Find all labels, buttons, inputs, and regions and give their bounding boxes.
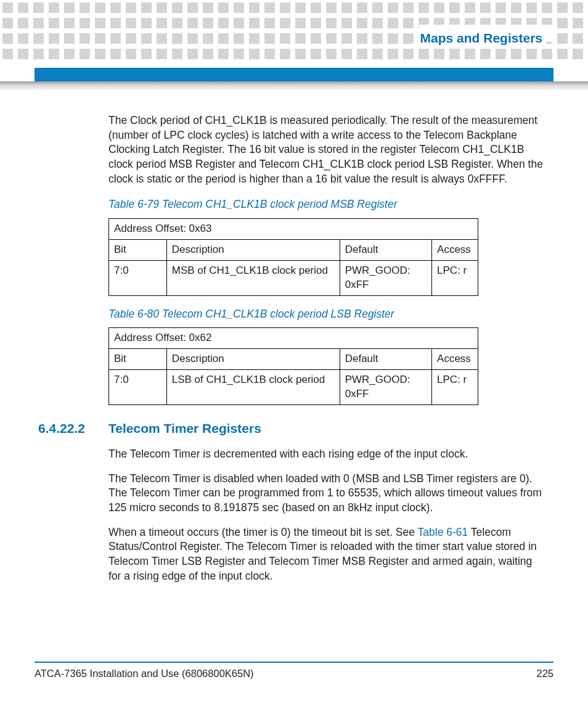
td-def: PWR_GOOD: 0xFF bbox=[340, 260, 431, 295]
section-heading-row: 6.4.22.2 Telecom Timer Registers bbox=[38, 420, 547, 437]
section-para-2: The Telecom Timer is disabled when loade… bbox=[108, 472, 547, 515]
intro-paragraph: The Clock period of CH1_CLK1B is measure… bbox=[108, 113, 547, 186]
p3-pre: When a timeout occurs (the timer is 0) t… bbox=[108, 526, 418, 538]
td-acc: LPC: r bbox=[432, 260, 478, 295]
th-bit: Bit bbox=[109, 349, 167, 370]
cross-ref-link[interactable]: Table 6-61 bbox=[418, 526, 468, 538]
section-title: Telecom Timer Registers bbox=[108, 420, 261, 437]
footer-doc-title: ATCA-7365 Installation and Use (6806800K… bbox=[35, 667, 254, 680]
td-desc: MSB of CH1_CLK1B clock period bbox=[166, 260, 340, 295]
table-79-caption: Table 6-79 Telecom CH1_CLK1B clock perio… bbox=[108, 197, 547, 212]
header-blue-bar bbox=[35, 68, 553, 81]
table-80-addr: Address Offset: 0x62 bbox=[109, 328, 478, 349]
td-bit: 7:0 bbox=[109, 370, 167, 405]
td-acc: LPC: r bbox=[432, 370, 478, 405]
th-def: Default bbox=[340, 239, 431, 260]
th-desc: Description bbox=[166, 349, 340, 370]
th-acc: Access bbox=[432, 349, 478, 370]
section-para-3: When a timeout occurs (the timer is 0) t… bbox=[108, 525, 547, 584]
th-bit: Bit bbox=[109, 239, 167, 260]
td-bit: 7:0 bbox=[109, 260, 167, 295]
table-80: Address Offset: 0x62 Bit Description Def… bbox=[108, 327, 478, 405]
page-content: The Clock period of CH1_CLK1B is measure… bbox=[108, 113, 547, 593]
th-def: Default bbox=[340, 349, 431, 370]
th-desc: Description bbox=[166, 239, 340, 260]
td-desc: LSB of CH1_CLK1B clock period bbox=[166, 370, 340, 405]
th-acc: Access bbox=[432, 239, 478, 260]
section-para-1: The Telecom Timer is decremented with ea… bbox=[108, 447, 547, 462]
chapter-title: Maps and Registers bbox=[417, 30, 546, 47]
td-def: PWR_GOOD: 0xFF bbox=[340, 370, 431, 405]
section-number: 6.4.22.2 bbox=[38, 420, 108, 437]
table-79-addr: Address Offset: 0x63 bbox=[109, 218, 478, 239]
footer-page-number: 225 bbox=[536, 667, 553, 680]
table-79: Address Offset: 0x63 Bit Description Def… bbox=[108, 218, 478, 296]
table-80-caption: Table 6-80 Telecom CH1_CLK1B clock perio… bbox=[108, 307, 547, 322]
header-gradient-bar bbox=[0, 81, 588, 91]
page-footer: ATCA-7365 Installation and Use (6806800K… bbox=[35, 662, 553, 680]
